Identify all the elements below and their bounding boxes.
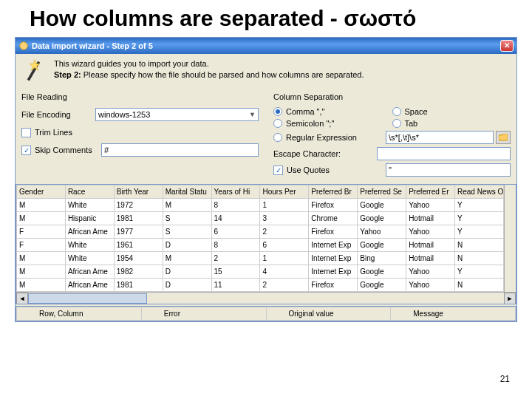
file-reading-column: File Reading File Encoding windows-1253 … bbox=[21, 89, 259, 180]
intro-step-text: Please specify how the file should be pa… bbox=[81, 70, 364, 79]
column-header[interactable]: Hours Per bbox=[260, 185, 309, 199]
table-cell: D bbox=[163, 239, 211, 252]
close-button[interactable]: ✕ bbox=[500, 40, 514, 52]
table-cell: D bbox=[163, 265, 211, 279]
wizard-icon bbox=[21, 58, 48, 85]
horizontal-scrollbar[interactable]: ◄ ► bbox=[16, 292, 516, 304]
use-quotes-label: Use Quotes bbox=[287, 166, 330, 174]
table-cell: S bbox=[163, 212, 211, 225]
table-cell: 1972 bbox=[114, 199, 163, 212]
table-cell: 1977 bbox=[114, 225, 163, 239]
error-column-header[interactable]: Message bbox=[391, 307, 516, 321]
app-icon bbox=[18, 41, 29, 51]
table-cell: S bbox=[163, 225, 211, 239]
table-cell: Yahoo bbox=[406, 279, 455, 292]
semicolon-radio[interactable] bbox=[273, 119, 282, 128]
semicolon-label: Semicolon ";" bbox=[286, 119, 334, 128]
escape-label: Escape Character: bbox=[273, 149, 377, 158]
column-separation-column: Column Separation Comma "," Space Semico… bbox=[273, 89, 511, 180]
dropdown-arrow-icon: ▼ bbox=[249, 111, 256, 118]
table-row[interactable]: MWhite1954M21Internet ExpBingHotmailN bbox=[17, 252, 504, 265]
error-column-header[interactable]: Row, Column bbox=[17, 307, 142, 321]
column-header[interactable]: Marital Statu bbox=[163, 185, 211, 199]
table-cell: 6 bbox=[260, 239, 309, 252]
file-encoding-label: File Encoding bbox=[21, 110, 95, 119]
table-cell: F bbox=[17, 239, 66, 252]
escape-input[interactable] bbox=[377, 147, 511, 160]
table-cell: White bbox=[65, 252, 114, 265]
regex-label: Regular Expression bbox=[286, 133, 357, 142]
table-cell: 3 bbox=[260, 212, 309, 225]
column-header[interactable]: Preferred Se bbox=[358, 185, 406, 199]
space-label: Space bbox=[405, 107, 428, 116]
table-cell: F bbox=[17, 225, 66, 239]
regex-radio[interactable] bbox=[273, 133, 282, 142]
file-encoding-value: windows-1253 bbox=[98, 110, 150, 119]
file-encoding-select[interactable]: windows-1253 ▼ bbox=[95, 108, 259, 121]
table-cell: Firefox bbox=[309, 199, 358, 212]
table-cell: Y bbox=[455, 225, 504, 239]
table-cell: N bbox=[455, 239, 504, 252]
column-header[interactable]: Gender bbox=[17, 185, 66, 199]
column-header[interactable]: Read News O bbox=[455, 185, 504, 199]
table-cell: Firefox bbox=[309, 279, 358, 292]
preview-table-container: GenderRaceBirth YearMarital StatuYears o… bbox=[16, 184, 516, 304]
skip-comments-checkbox[interactable]: ✓ bbox=[21, 146, 31, 155]
error-table-container: Row, ColumnErrorOriginal valueMessage bbox=[16, 306, 516, 321]
table-cell: 8 bbox=[211, 239, 260, 252]
table-cell: Internet Exp bbox=[309, 265, 358, 279]
intro-step-label: Step 2: bbox=[54, 70, 81, 79]
tab-radio[interactable] bbox=[392, 119, 401, 128]
table-cell: Hispanic bbox=[65, 212, 114, 225]
column-header[interactable]: Preferred Br bbox=[309, 185, 358, 199]
error-column-header[interactable]: Error bbox=[141, 307, 266, 321]
table-row[interactable]: FWhite1961D86Internet ExpGoogleHotmailN bbox=[17, 239, 504, 252]
table-cell: Bing bbox=[358, 252, 406, 265]
table-row[interactable]: MAfrican Ame1981D112FirefoxGoogleYahooN bbox=[17, 279, 504, 292]
table-cell: Internet Exp bbox=[309, 239, 358, 252]
space-radio[interactable] bbox=[392, 107, 401, 116]
trim-lines-checkbox[interactable] bbox=[21, 128, 31, 137]
table-row[interactable]: FAfrican Ame1977S62FirefoxYahooYahooY bbox=[17, 225, 504, 239]
table-row[interactable]: MHispanic1981S143ChromeGoogleHotmailY bbox=[17, 212, 504, 225]
regex-input[interactable] bbox=[386, 131, 494, 144]
window-titlebar: Data import wizard - Step 2 of 5 ✕ bbox=[16, 38, 516, 54]
table-cell: M bbox=[17, 212, 66, 225]
comma-radio[interactable] bbox=[273, 107, 282, 116]
table-cell: 6 bbox=[211, 225, 260, 239]
table-cell: 1981 bbox=[114, 279, 163, 292]
table-cell: Internet Exp bbox=[309, 252, 358, 265]
error-column-header[interactable]: Original value bbox=[266, 307, 391, 321]
table-cell: Chrome bbox=[309, 212, 358, 225]
scroll-thumb[interactable] bbox=[28, 293, 147, 304]
table-cell: 1 bbox=[260, 199, 309, 212]
table-cell: Google bbox=[358, 279, 406, 292]
skip-comments-input[interactable] bbox=[101, 143, 259, 157]
column-header[interactable]: Years of Hi bbox=[211, 185, 260, 199]
table-cell: 11 bbox=[211, 279, 260, 292]
column-header[interactable]: Race bbox=[65, 185, 114, 199]
table-cell: Google bbox=[358, 199, 406, 212]
use-quotes-checkbox[interactable]: ✓ bbox=[273, 166, 283, 175]
column-header[interactable]: Preferred Er bbox=[406, 185, 455, 199]
table-cell: African Ame bbox=[65, 279, 114, 292]
table-cell: Yahoo bbox=[406, 199, 455, 212]
table-cell: White bbox=[65, 239, 114, 252]
regex-browse-button[interactable] bbox=[496, 131, 511, 144]
tab-label: Tab bbox=[405, 119, 418, 128]
table-cell: N bbox=[455, 279, 504, 292]
table-cell: 2 bbox=[211, 252, 260, 265]
quote-char-input[interactable] bbox=[386, 163, 511, 177]
table-cell: Hotmail bbox=[406, 252, 455, 265]
table-row[interactable]: MAfrican Ame1982D154Internet ExpGoogleYa… bbox=[17, 265, 504, 279]
table-cell: 1961 bbox=[114, 239, 163, 252]
column-header[interactable]: Birth Year bbox=[114, 185, 163, 199]
table-cell: 14 bbox=[211, 212, 260, 225]
table-cell: Y bbox=[455, 199, 504, 212]
table-cell: 1982 bbox=[114, 265, 163, 279]
comma-label: Comma "," bbox=[286, 107, 324, 116]
table-row[interactable]: MWhite1972M81FirefoxGoogleYahooY bbox=[17, 199, 504, 212]
vertical-scrollbar[interactable] bbox=[504, 185, 516, 292]
scroll-right-button[interactable]: ► bbox=[504, 293, 516, 304]
scroll-left-button[interactable]: ◄ bbox=[16, 293, 28, 304]
